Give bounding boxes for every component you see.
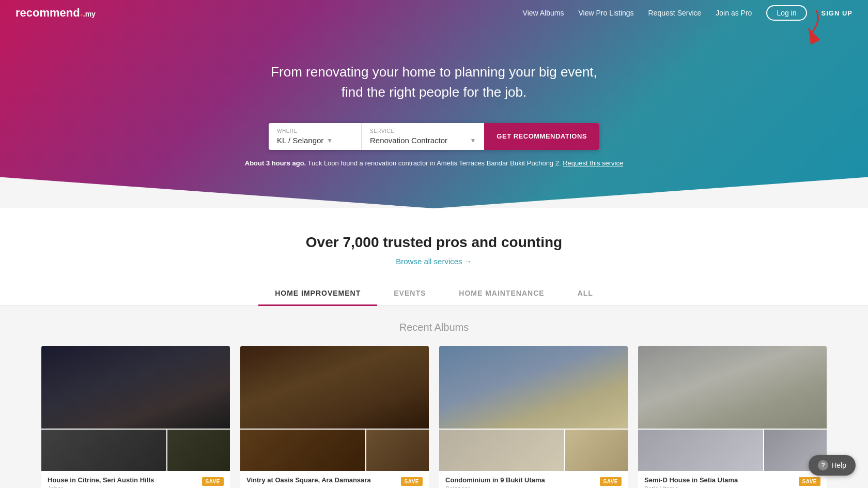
service-field[interactable]: SERVICE Renovation Contractor ▼ (362, 123, 484, 150)
tab-all[interactable]: ALL (561, 282, 610, 306)
album-images-2 (240, 346, 429, 471)
album-title-2: Vintry at Oasis Square, Ara Damansara (246, 476, 371, 484)
album-thumb-2a (240, 430, 365, 471)
albums-heading: Recent Albums (41, 322, 827, 333)
nav-view-pro-listings[interactable]: View Pro Listings (578, 9, 633, 17)
album-card-4[interactable]: Semi-D House in Setia Utama Setia Utama … (638, 346, 827, 488)
album-main-image-3 (439, 346, 628, 429)
album-location-3: Selangor (445, 485, 545, 488)
album-title-3: Condominium in 9 Bukit Utama (445, 476, 545, 484)
album-info-2: Vintry at Oasis Square, Ara Damansara SA… (240, 471, 429, 488)
nav-view-albums[interactable]: View Albums (523, 9, 564, 17)
tab-home-improvement[interactable]: HOME IMPROVEMENT (258, 282, 377, 306)
albums-section: Recent Albums House in Citrine, Seri Aus… (0, 306, 868, 488)
location-chevron-icon: ▼ (327, 137, 333, 144)
album-info-3: Condominium in 9 Bukit Utama Selangor SA… (439, 471, 628, 488)
tab-home-maintenance[interactable]: HOME MAINTENANCE (442, 282, 561, 306)
tab-events[interactable]: EVENTS (377, 282, 442, 306)
logo[interactable]: recommend●.my (16, 6, 96, 20)
where-label: WHERE (277, 128, 353, 134)
album-thumb-1a (41, 430, 166, 471)
help-button[interactable]: ? Help (809, 455, 856, 476)
service-value: Renovation Contractor (370, 136, 447, 145)
album-thumb-4a (638, 430, 763, 471)
nav-links: View Albums View Pro Listings Request Se… (523, 5, 853, 21)
service-chevron-icon: ▼ (470, 137, 476, 144)
save-badge-3[interactable]: SAVE (600, 477, 622, 486)
search-bar: WHERE KL / Selangor ▼ SERVICE Renovation… (269, 123, 599, 150)
help-label: Help (831, 461, 846, 469)
request-this-service-link[interactable]: Request this service (563, 159, 623, 167)
save-badge-2[interactable]: SAVE (401, 477, 423, 486)
album-images-3 (439, 346, 628, 471)
nav-join-as-pro[interactable]: Join as Pro (716, 9, 752, 17)
save-badge-1[interactable]: SAVE (202, 477, 224, 486)
login-button[interactable]: Log in (766, 5, 807, 21)
album-location-4: Setia Utama (644, 485, 738, 488)
category-tabs: HOME IMPROVEMENT EVENTS HOME MAINTENANCE… (0, 282, 868, 306)
album-thumb-2b (366, 430, 429, 471)
get-recommendations-button[interactable]: GET RECOMMENDATIONS (484, 123, 599, 150)
albums-grid: House in Citrine, Seri Austin Hills Joho… (41, 346, 827, 488)
save-badge-4[interactable]: SAVE (799, 477, 821, 486)
album-main-image-1 (41, 346, 230, 429)
album-card-3[interactable]: Condominium in 9 Bukit Utama Selangor SA… (439, 346, 628, 488)
service-label: SERVICE (370, 128, 476, 134)
album-info-1: House in Citrine, Seri Austin Hills Joho… (41, 471, 230, 488)
album-card-2[interactable]: Vintry at Oasis Square, Ara Damansara SA… (240, 346, 429, 488)
album-title-4: Semi-D House in Setia Utama (644, 476, 738, 484)
album-images-1 (41, 346, 230, 471)
album-title-1: House in Citrine, Seri Austin Hills (48, 476, 154, 484)
recent-activity: About 3 hours ago. Tuck Loon found a ren… (0, 159, 868, 167)
album-info-4: Semi-D House in Setia Utama Setia Utama … (638, 471, 827, 488)
main-content: Over 7,000 trusted pros and counting Bro… (0, 208, 868, 488)
album-thumb-1b (167, 430, 230, 471)
album-location-1: Johor (48, 485, 154, 488)
album-main-image-4 (638, 346, 827, 429)
album-thumb-3b (565, 430, 628, 471)
browse-all-services-link[interactable]: Browse all services → (396, 257, 472, 266)
album-card-1[interactable]: House in Citrine, Seri Austin Hills Joho… (41, 346, 230, 488)
location-field[interactable]: WHERE KL / Selangor ▼ (269, 123, 362, 150)
hero-tagline: From renovating your home to planning yo… (0, 62, 868, 102)
trusted-heading: Over 7,000 trusted pros and counting (0, 234, 868, 251)
signup-link[interactable]: SIGN UP (822, 9, 853, 17)
album-thumb-3a (439, 430, 564, 471)
location-value: KL / Selangor (277, 136, 323, 145)
album-images-4 (638, 346, 827, 471)
navigation: recommend●.my View Albums View Pro Listi… (0, 0, 868, 26)
nav-request-service[interactable]: Request Service (648, 9, 702, 17)
album-main-image-2 (240, 346, 429, 429)
help-icon: ? (818, 460, 828, 470)
